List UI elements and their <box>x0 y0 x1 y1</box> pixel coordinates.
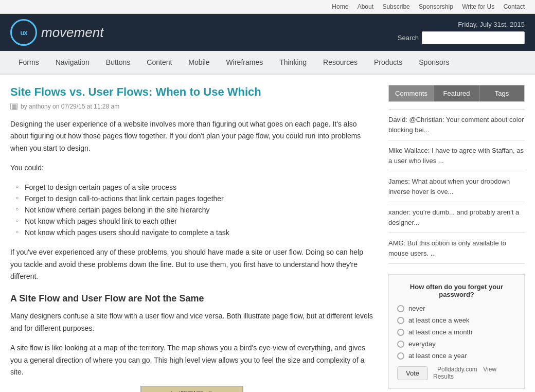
sidebar: Comments Featured Tags David: @Christian… <box>388 85 525 392</box>
article-intro: Designing the user experience of a websi… <box>10 118 373 155</box>
topbar-about[interactable]: About <box>358 3 373 10</box>
nav-mobile[interactable]: Mobile <box>180 51 218 74</box>
poll-widget: How often do you forget your password? n… <box>388 274 525 389</box>
nav-buttons[interactable]: Buttons <box>98 51 138 74</box>
article-body: Designing the user experience of a websi… <box>10 118 373 392</box>
nav-thinking[interactable]: Thinking <box>271 51 315 74</box>
comment-item: Mike Wallace: I have to agree with Staff… <box>388 140 525 171</box>
poll-option-month: at least once a month <box>397 328 516 336</box>
article-subheading: A Site Flow and User Flow are Not the Sa… <box>10 293 373 304</box>
nav-sponsors[interactable]: Sponsors <box>411 51 457 74</box>
you-could: You could: <box>10 162 373 174</box>
logo-text: movement <box>41 25 103 41</box>
comment-item: AMG: But this option is only available t… <box>388 233 525 264</box>
poll-question: How often do you forget your password? <box>397 283 516 298</box>
search-input[interactable] <box>422 31 525 44</box>
comment-item: xander: you're dumb... and probably aren… <box>388 202 525 233</box>
poll-option-label: everyday <box>408 340 436 348</box>
site-header: ux movement Friday, July 31st, 2015 Sear… <box>0 14 535 51</box>
poll-option-label: never <box>408 305 425 312</box>
poll-option-label: at least once a year <box>408 352 467 360</box>
search-label: Search <box>398 34 419 42</box>
nav-content[interactable]: Content <box>138 51 180 74</box>
nav-resources[interactable]: Resources <box>315 51 366 74</box>
list-item: Forget to design call-to-actions that li… <box>15 193 373 204</box>
top-bar: Home About Subscribe Sponsorship Write f… <box>0 0 535 14</box>
main-nav: Forms Navigation Buttons Content Mobile … <box>0 51 535 75</box>
list-item: Not know where certain pages belong in t… <box>15 204 373 216</box>
logo-area: ux movement <box>10 19 103 46</box>
list-item: Not know which pages users should naviga… <box>15 227 373 238</box>
topbar-home[interactable]: Home <box>332 3 348 10</box>
poll-radio[interactable] <box>397 305 404 312</box>
main-content: Site Flows vs. User Flows: When to Use W… <box>0 75 535 392</box>
poll-radio[interactable] <box>397 352 404 360</box>
tab-comments[interactable]: Comments <box>389 85 434 101</box>
poll-option-label: at least once a month <box>408 328 472 336</box>
header-right: Friday, July 31st, 2015 Search <box>398 21 525 44</box>
comment-item: James: What about when your dropdown inv… <box>388 171 525 202</box>
poll-radio[interactable] <box>397 317 404 324</box>
article-title: Site Flows vs. User Flows: When to Use W… <box>10 85 373 100</box>
topbar-subscribe[interactable]: Subscribe <box>382 3 409 10</box>
comments-list: David: @Christian: Your comment about co… <box>388 109 525 264</box>
bullet-list: Forget to design certain pages of a site… <box>10 182 373 238</box>
list-item: Forget to design certain pages of a site… <box>15 182 373 193</box>
article-para2: If you've ever experienced any of these … <box>10 246 373 283</box>
nav-navigation[interactable]: Navigation <box>47 51 98 74</box>
tab-tags[interactable]: Tags <box>479 85 524 101</box>
poll-option-year: at least once a year <box>397 352 516 360</box>
search-area: Search <box>398 31 525 44</box>
article: Site Flows vs. User Flows: When to Use W… <box>10 85 373 392</box>
poll-option-week: at least once a week <box>397 316 516 324</box>
topbar-contact[interactable]: Contact <box>504 3 525 10</box>
nav-products[interactable]: Products <box>366 51 411 74</box>
svg-text:Grand Lake: Grand Lake <box>181 390 203 392</box>
logo-icon: ux <box>10 19 37 46</box>
topbar-sponsorship[interactable]: Sponsorship <box>419 3 453 10</box>
nav-wireframes[interactable]: Wireframes <box>218 51 272 74</box>
poll-option-label: at least once a week <box>408 316 470 324</box>
tab-featured[interactable]: Featured <box>434 85 479 101</box>
article-para4: A site flow is like looking at a map of … <box>10 342 373 379</box>
poll-radio[interactable] <box>397 329 404 336</box>
article-byline: by anthony on 07/29/15 at 11:28 am <box>21 103 119 110</box>
poll-footer: Vote Polldaddy.com View Results <box>397 366 516 380</box>
date-display: Friday, July 31st, 2015 <box>398 21 525 28</box>
map-image: Grand Lake Hiking Trails Map <box>140 386 243 392</box>
list-item: Not know which pages should link to each… <box>15 216 373 227</box>
polldaddy-link[interactable]: Polldaddy.com <box>437 366 477 373</box>
poll-radio[interactable] <box>397 341 404 348</box>
calendar-icon: ▦ <box>10 103 17 110</box>
svg-rect-0 <box>141 386 242 392</box>
poll-option-everyday: everyday <box>397 340 516 348</box>
nav-forms[interactable]: Forms <box>10 51 47 74</box>
article-para3: Many designers confuse a site flow with … <box>10 310 373 335</box>
comment-item: David: @Christian: Your comment about co… <box>388 110 525 140</box>
vote-button[interactable]: Vote <box>397 366 428 380</box>
article-meta: ▦ by anthony on 07/29/15 at 11:28 am <box>10 103 373 110</box>
poll-option-never: never <box>397 305 516 312</box>
topbar-write[interactable]: Write for Us <box>462 3 494 10</box>
poll-links: Polldaddy.com View Results <box>433 366 516 380</box>
tabs-bar: Comments Featured Tags <box>388 85 525 102</box>
